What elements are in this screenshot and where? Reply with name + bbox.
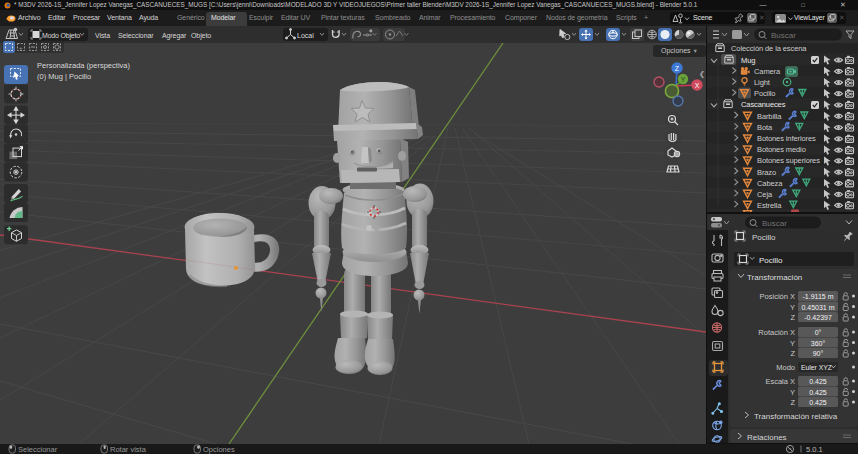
svg-text:0.425: 0.425 bbox=[809, 389, 827, 396]
svg-text:Seleccionar: Seleccionar bbox=[118, 32, 154, 39]
svg-text:-0.42397: -0.42397 bbox=[804, 314, 832, 321]
svg-text:Euler XYZ: Euler XYZ bbox=[801, 364, 832, 371]
svg-text:Y: Y bbox=[790, 339, 795, 348]
svg-text:90°: 90° bbox=[813, 350, 824, 357]
svg-text:360°: 360° bbox=[811, 340, 826, 347]
svg-text:Relaciones: Relaciones bbox=[747, 433, 787, 442]
svg-text:Objeto: Objeto bbox=[191, 32, 211, 40]
svg-text:Buscar: Buscar bbox=[762, 219, 787, 228]
svg-text:Z: Z bbox=[790, 313, 795, 322]
svg-text:Mug: Mug bbox=[741, 56, 755, 65]
svg-text:Camera: Camera bbox=[754, 67, 781, 76]
svg-text:Transformación relativa: Transformación relativa bbox=[754, 412, 838, 421]
svg-text:Vista: Vista bbox=[95, 32, 110, 39]
svg-text:0.425: 0.425 bbox=[809, 399, 827, 406]
svg-text:Botones medio: Botones medio bbox=[757, 145, 806, 154]
svg-text:Brazo: Brazo bbox=[757, 168, 776, 177]
svg-text:Pocillo: Pocillo bbox=[754, 89, 775, 98]
svg-text:Z: Z bbox=[675, 65, 680, 72]
svg-text:Rotación X: Rotación X bbox=[758, 328, 795, 337]
svg-text:Colección de la escena: Colección de la escena bbox=[731, 44, 807, 53]
svg-text:Cabeza: Cabeza bbox=[757, 179, 783, 188]
svg-text:Y: Y bbox=[681, 76, 686, 83]
svg-text:Barbilla: Barbilla bbox=[757, 112, 782, 121]
svg-text:0°: 0° bbox=[815, 329, 822, 336]
svg-text:Cascanueces: Cascanueces bbox=[741, 100, 786, 109]
svg-text:Pocillo: Pocillo bbox=[752, 233, 776, 242]
svg-text:Modo: Modo bbox=[776, 363, 795, 372]
svg-text:Pocillo: Pocillo bbox=[759, 256, 783, 265]
svg-text:Transformación: Transformación bbox=[747, 273, 802, 282]
svg-text:0.425: 0.425 bbox=[809, 378, 827, 385]
svg-text:Y: Y bbox=[790, 388, 795, 397]
svg-text:+: + bbox=[19, 45, 23, 51]
svg-text:Z: Z bbox=[790, 398, 795, 407]
svg-text:Posición X: Posición X bbox=[760, 292, 795, 301]
svg-text:Z: Z bbox=[790, 349, 795, 358]
svg-text:Light: Light bbox=[754, 78, 771, 87]
svg-text:Estrella: Estrella bbox=[757, 201, 782, 210]
svg-text:Buscar: Buscar bbox=[771, 31, 796, 40]
svg-text:Modo Objeto: Modo Objeto bbox=[42, 32, 80, 40]
svg-text:Bota: Bota bbox=[757, 123, 773, 132]
svg-text:Local: Local bbox=[297, 32, 314, 39]
svg-text:Y: Y bbox=[790, 303, 795, 312]
svg-text:Ceja: Ceja bbox=[757, 190, 773, 199]
svg-text:X: X bbox=[695, 82, 700, 89]
svg-text:Botones inferiores: Botones inferiores bbox=[757, 134, 816, 143]
svg-text:-1.9115 m: -1.9115 m bbox=[803, 293, 834, 300]
svg-text:0.45031 m: 0.45031 m bbox=[801, 304, 834, 311]
svg-text:Botones superiore​s: Botones superiore​s bbox=[757, 156, 820, 165]
svg-text:Agregar: Agregar bbox=[162, 32, 187, 40]
svg-text:Escala X: Escala X bbox=[765, 377, 795, 386]
